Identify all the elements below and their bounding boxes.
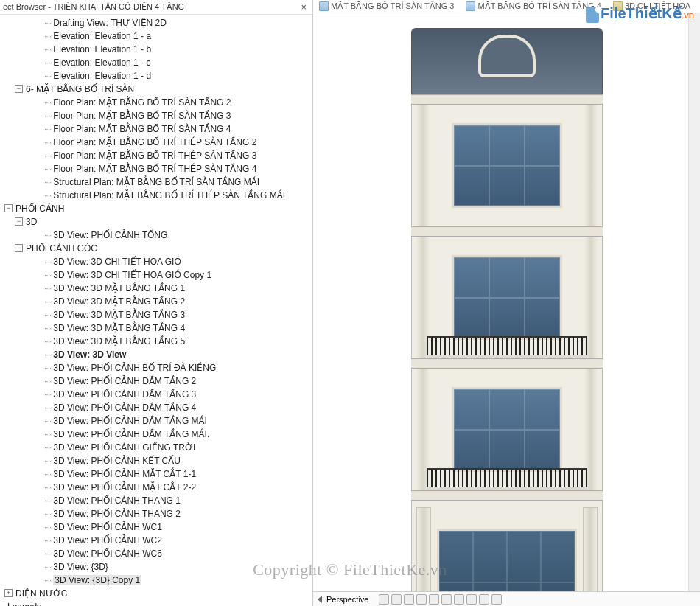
tree-item[interactable]: ····3D View: 3D MẶT BẰNG TẦNG 2 [0,295,312,308]
tree-item[interactable]: ····Floor Plan: MẶT BẰNG BỐ TRÍ THÉP SÀN… [0,162,312,175]
viewport-panel: MẶT BẰNG BỐ TRÍ SÀN TẦNG 3 MẶT BẰNG BỐ T… [313,0,700,606]
building-model [411,28,603,574]
tree-item[interactable]: ····Floor Plan: MẶT BẰNG BỐ TRÍ THÉP SÀN… [0,149,312,162]
view-mode-label[interactable]: Perspective [326,595,368,604]
tree-item[interactable]: ····Elevation: Elevation 1 - d [0,69,312,83]
sun-path-icon[interactable] [391,594,402,605]
tree-item[interactable]: ····Floor Plan: MẶT BẰNG BỐ TRÍ SÀN TẦNG… [0,96,312,109]
tree-item[interactable]: ····Drafting View: THƯ VIỆN 2D [0,16,312,29]
view-tab[interactable]: MẶT BẰNG BỐ TRÍ SÀN TẦNG 4 [461,1,605,12]
vertical-scrollbar[interactable] [688,13,700,591]
tab-label: MẶT BẰNG BỐ TRÍ SÀN TẦNG 3 [331,1,454,11]
tree-item[interactable]: ····3D View: 3D MẶT BẰNG TẦNG 4 [0,321,312,335]
tree-item[interactable]: ····3D View: 3D MẶT BẰNG TẦNG 5 [0,335,312,348]
tree-item[interactable]: ····Structural Plan: MẶT BẰNG BỐ TRÍ SÀN… [0,175,312,189]
collapse-icon[interactable]: − [15,217,23,226]
tree-item[interactable]: ····3D View: PHỐI CẢNH GIẾNG TRỜI [0,441,312,454]
watermark-logo: FileThiếtKế.vn [586,4,694,23]
watermark-copyright: Copyright © FileThietKe.vn [253,560,447,579]
crop-icon[interactable] [429,594,439,605]
tree-item[interactable]: ····3D View: PHỐI CẢNH WC6 [0,547,312,560]
tree-item[interactable]: ····Floor Plan: MẶT BẰNG BỐ TRÍ SÀN TẦNG… [0,109,312,122]
collapse-icon[interactable]: − [15,85,23,93]
3d-viewport[interactable] [313,13,700,606]
collapse-icon[interactable]: − [15,244,23,252]
tree-item[interactable]: ····3D View: PHỐI CẢNH DẦM TẦNG 2 [0,375,312,388]
panel-title: ect Browser - TRIỂN KHAI TÂN CỔ ĐIỂN 4 T… [3,2,184,12]
tree-item[interactable]: ····3D View: PHỐI CẢNH DẦM TẦNG MÁI. [0,428,312,441]
view-tab[interactable]: MẶT BẰNG BỐ TRÍ SÀN TẦNG 3 [315,1,458,12]
view-control-bar: Perspective [313,591,700,606]
file-icon [586,7,599,23]
tree-item[interactable]: ····3D View: PHỐI CẢNH KẾT CẤU [0,454,312,467]
tree-item[interactable]: ····Floor Plan: MẶT BẰNG BỐ TRÍ SÀN TẦNG… [0,122,312,136]
tree-item[interactable]: ····3D View: PHỐI CẢNH WC1 [0,520,312,534]
shadows-icon[interactable] [404,594,414,605]
tree-item[interactable]: ····3D View: PHỐI CẢNH DẦM TẦNG 3 [0,388,312,401]
expand-icon[interactable]: + [4,589,13,597]
hide-isolate-icon[interactable] [466,594,477,605]
tree-item[interactable]: ····3D View: PHỐI CẢNH THANG 2 [0,507,312,520]
tree-item[interactable]: ····3D View: PHỐI CẢNH DẦM TẦNG MÁI [0,414,312,428]
floor-plan-icon [319,1,329,11]
tree-item[interactable]: ····Structural Plan: MẶT BẰNG BỐ TRÍ THÉ… [0,189,312,202]
rendering-icon[interactable] [416,594,427,605]
tab-label: MẶT BẰNG BỐ TRÍ SÀN TẦNG 4 [477,1,601,11]
tree-item[interactable]: ····3D View: 3D MẶT BẰNG TẦNG 1 [0,282,312,295]
reveal-hidden-icon[interactable] [479,594,489,605]
tree-item[interactable]: ····3D View: 3D CHI TIẾT HOA GIÓ Copy 1 [0,268,312,282]
tree-group-3d[interactable]: −3D [0,215,312,229]
project-tree[interactable]: ····Drafting View: THƯ VIỆN 2D ····Eleva… [0,15,312,606]
tree-item[interactable]: ····3D View: PHỐI CẢNH TỔNG [0,229,312,242]
tree-group-legends[interactable]: ···Legends [0,600,312,606]
crop-region-icon[interactable] [441,594,452,605]
view-properties-icon[interactable] [491,594,502,605]
tree-item[interactable]: ····Elevation: Elevation 1 - a [0,29,312,43]
tree-item[interactable]: ····3D View: PHỐI CẢNH MẶT CẮT 1-1 [0,467,312,481]
visual-style-icon[interactable] [379,594,389,605]
floor-plan-icon [466,1,475,11]
tree-item[interactable]: ····Floor Plan: MẶT BẰNG BỐ TRÍ THÉP SÀN… [0,136,312,149]
tree-item[interactable]: ····3D View: PHỐI CẢNH WC2 [0,534,312,547]
project-browser-panel: ect Browser - TRIỂN KHAI TÂN CỔ ĐIỂN 4 T… [0,0,313,606]
tree-item[interactable]: ····Elevation: Elevation 1 - b [0,43,312,56]
tree-item[interactable]: ····3D View: PHỐI CẢNH THANG 1 [0,494,312,507]
tree-item[interactable]: ····3D View: PHỐI CẢNH DẦM TẦNG 4 [0,401,312,414]
panel-header: ect Browser - TRIỂN KHAI TÂN CỔ ĐIỂN 4 T… [0,0,312,15]
tree-item[interactable]: ····3D View: 3D CHI TIẾT HOA GIÓ [0,255,312,268]
tree-group-6[interactable]: −6- MẶT BẰNG BỐ TRÍ SÀN [0,83,312,96]
tree-group-phoi-canh-goc[interactable]: −PHỐI CẢNH GÓC [0,242,312,255]
tree-item[interactable]: ····Elevation: Elevation 1 - c [0,56,312,69]
collapse-icon[interactable]: − [4,204,13,212]
tree-group-dien-nuoc[interactable]: +ĐIỆN NƯỚC [0,587,312,600]
close-icon[interactable]: × [298,1,309,13]
tree-item-active[interactable]: ····3D View: 3D View [0,348,312,361]
expand-left-icon[interactable] [318,596,322,603]
tree-item[interactable]: ····3D View: PHỐI CẢNH MẶT CẮT 2-2 [0,481,312,494]
tree-group-phoi-canh[interactable]: −PHỐI CẢNH [0,202,312,215]
tree-item[interactable]: ····3D View: PHỐI CẢNH BỐ TRÍ ĐÀ KIỀNG [0,361,312,375]
lock-icon[interactable] [454,594,464,605]
tree-item[interactable]: ····3D View: 3D MẶT BẰNG TẦNG 3 [0,308,312,321]
